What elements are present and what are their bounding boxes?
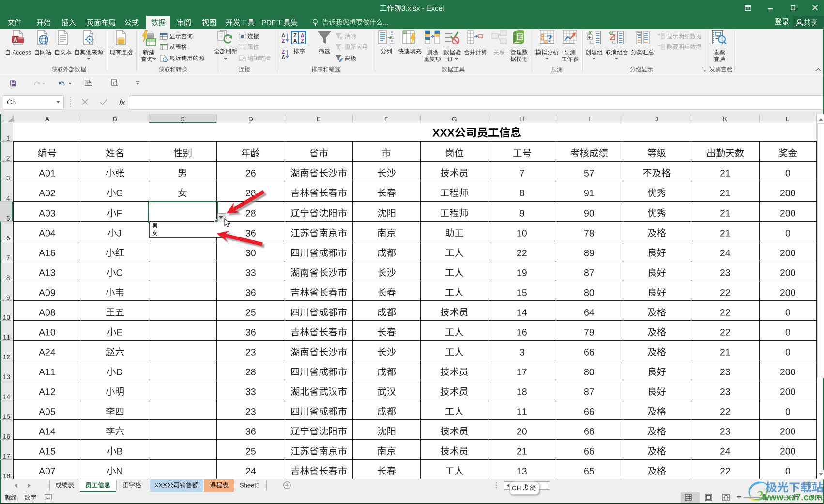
svg-text:Z: Z	[282, 38, 285, 44]
svg-text:A: A	[281, 55, 285, 60]
svg-text:A: A	[281, 33, 285, 38]
svg-text:A: A	[293, 38, 297, 44]
svg-text:Z: Z	[301, 38, 304, 44]
svg-text:?: ?	[547, 32, 552, 44]
svg-text:Z: Z	[282, 49, 285, 55]
svg-text:A: A	[13, 36, 17, 43]
